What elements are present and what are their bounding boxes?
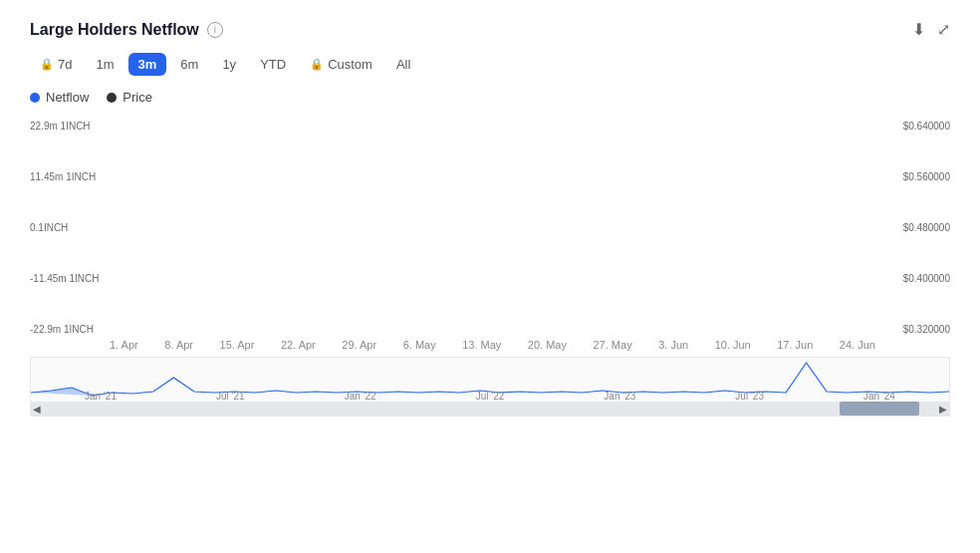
pro-badge: 🔒 — [310, 58, 324, 71]
x-axis: 1. Apr8. Apr15. Apr22. Apr29. Apr6. May1… — [30, 339, 950, 351]
filter-btn-1y[interactable]: 1y — [212, 53, 246, 76]
info-icon[interactable]: i — [207, 22, 223, 38]
chart-title: Large Holders Netflow — [30, 21, 199, 39]
y-axis-right-label: $0.640000 — [880, 121, 950, 132]
legend-dot — [107, 93, 117, 103]
pro-badge: 🔒 — [40, 58, 54, 71]
x-axis-label: 10. Jun — [715, 339, 751, 351]
y-axis-right-label: $0.320000 — [880, 324, 950, 335]
legend-label: Price — [122, 90, 152, 105]
y-axis-right-label: $0.400000 — [880, 273, 950, 284]
y-axis-left-label: -11.45m 1INCH — [30, 273, 110, 284]
legend-label: Netflow — [46, 90, 89, 105]
mini-chart-scrollbar[interactable]: ◀ ▶ — [31, 402, 949, 415]
x-axis-label: 17. Jun — [777, 339, 813, 351]
y-axis-left-label: -22.9m 1INCH — [30, 324, 110, 335]
legend-dot — [30, 93, 40, 103]
legend-item-netflow: Netflow — [30, 90, 89, 105]
header-right: ⬇ ⤢ — [912, 20, 950, 39]
y-axis-left-label: 0.1INCH — [30, 222, 110, 233]
filter-btn-all[interactable]: All — [386, 53, 420, 76]
x-axis-label: 6. May — [403, 339, 436, 351]
y-axis-right-label: $0.480000 — [880, 222, 950, 233]
filter-btn-custom[interactable]: 🔒Custom — [300, 53, 382, 76]
mini-x-axis-label: Jan '21 — [85, 391, 117, 402]
chart-header: Large Holders Netflow i ⬇ ⤢ — [30, 20, 950, 39]
mini-x-axis-label: Jan '24 — [863, 391, 895, 402]
x-axis-label: 1. Apr — [110, 339, 138, 351]
y-axis-left-label: 22.9m 1INCH — [30, 121, 110, 132]
chart-legend: NetflowPrice — [30, 90, 950, 105]
x-axis-label: 29. Apr — [342, 339, 376, 351]
mini-x-axis-label: Jul '21 — [216, 391, 245, 402]
header-left: Large Holders Netflow i — [30, 21, 223, 39]
x-axis-label: 13. May — [462, 339, 501, 351]
x-axis-label: 8. Apr — [164, 339, 193, 351]
mini-x-axis-label: Jul '23 — [735, 391, 764, 402]
y-axis-left-label: 11.45m 1INCH — [30, 171, 110, 182]
scroll-left-arrow[interactable]: ◀ — [33, 404, 41, 415]
x-axis-label: 20. May — [528, 339, 567, 351]
x-axis-label: 22. Apr — [281, 339, 316, 351]
filter-btn-ytd[interactable]: YTD — [250, 53, 296, 76]
y-axis-left: 22.9m 1INCH11.45m 1INCH0.1INCH-11.45m 1I… — [30, 121, 110, 335]
expand-icon[interactable]: ⤢ — [937, 20, 950, 39]
x-axis-label: 15. Apr — [220, 339, 255, 351]
y-axis-right: $0.640000$0.560000$0.480000$0.400000$0.3… — [880, 121, 950, 335]
mini-chart: Jan '21Jul '21Jan '22Jul '22Jan '23Jul '… — [30, 357, 950, 416]
download-icon[interactable]: ⬇ — [912, 20, 925, 39]
time-filter-bar: 🔒7d1m3m6m1yYTD🔒CustomAll — [30, 53, 950, 76]
x-axis-label: 27. May — [594, 339, 632, 351]
mini-x-axis-label: Jul '22 — [476, 391, 505, 402]
x-axis-label: 3. Jun — [658, 339, 688, 351]
page-container: Large Holders Netflow i ⬇ ⤢ 🔒7d1m3m6m1yY… — [0, 0, 980, 553]
filter-btn-1m[interactable]: 1m — [86, 53, 123, 76]
legend-item-price: Price — [107, 90, 152, 105]
mini-x-axis-label: Jan '22 — [345, 391, 376, 402]
scroll-handle[interactable] — [840, 402, 919, 415]
filter-btn-3m[interactable]: 3m — [128, 53, 167, 76]
mini-x-axis-label: Jan '23 — [604, 391, 635, 402]
y-axis-right-label: $0.560000 — [880, 171, 950, 182]
filter-btn-7d[interactable]: 🔒7d — [30, 53, 82, 76]
filter-btn-6m[interactable]: 6m — [170, 53, 208, 76]
x-axis-label: 24. Jun — [840, 339, 875, 351]
scroll-right-arrow[interactable]: ▶ — [939, 404, 947, 415]
